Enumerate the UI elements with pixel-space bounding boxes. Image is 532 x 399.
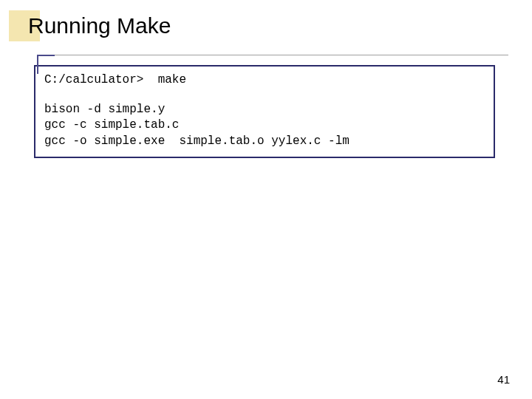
terminal-output-line-3: gcc -o simple.exe simple.tab.o yylex.c -… xyxy=(44,134,485,150)
underline-accent-left xyxy=(37,56,38,74)
title-area: Running Make xyxy=(28,13,171,38)
terminal-output-line-2: gcc -c simple.tab.c xyxy=(44,117,485,134)
underline-main xyxy=(55,55,508,55)
terminal-blank-line xyxy=(44,89,485,102)
title-underline xyxy=(28,55,508,57)
terminal-output-box: C:/calculator> make bison -d simple.y gc… xyxy=(34,65,495,158)
terminal-prompt-line: C:/calculator> make xyxy=(44,72,485,89)
underline-accent-top xyxy=(37,55,55,56)
terminal-output-line-1: bison -d simple.y xyxy=(44,102,485,118)
slide-title: Running Make xyxy=(28,13,171,38)
page-number: 41 xyxy=(497,373,510,386)
